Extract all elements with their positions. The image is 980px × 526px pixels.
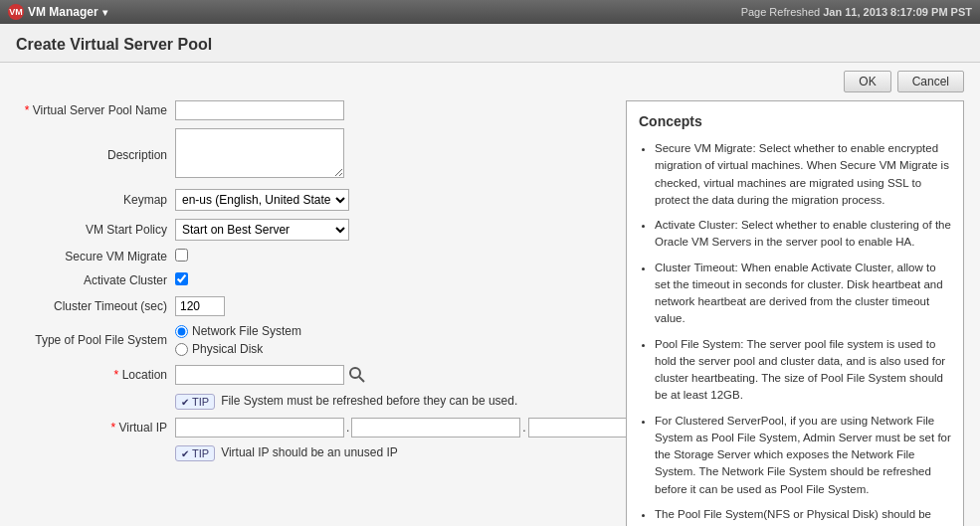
- vm-start-policy-control: Start on Best Server: [175, 219, 610, 241]
- vm-start-policy-select[interactable]: Start on Best Server: [175, 219, 349, 241]
- page-title: Create Virtual Server Pool: [0, 24, 980, 63]
- search-icon: [348, 366, 366, 384]
- concept-item-4: Pool File System: The server pool file s…: [655, 336, 951, 405]
- pool-name-row: * Virtual Server Pool Name: [16, 100, 610, 120]
- cluster-timeout-label: Cluster Timeout (sec): [16, 299, 175, 313]
- app-title: VM Manager: [28, 5, 98, 19]
- concepts-list: Secure VM Migrate: Select whether to ena…: [639, 140, 951, 526]
- pool-file-system-control: Network File System Physical Disk: [175, 324, 610, 356]
- location-search-button[interactable]: [346, 364, 368, 386]
- cancel-button[interactable]: Cancel: [897, 71, 964, 92]
- tip2-row: TIP Virtual IP should be an unused IP: [175, 445, 610, 461]
- tip1-text: File System must be refreshed before the…: [221, 394, 517, 408]
- location-label: * Location: [16, 368, 175, 382]
- radio-item-nfs: Network File System: [175, 324, 610, 338]
- ok-button[interactable]: OK: [844, 71, 890, 92]
- concept-item-6: The Pool File System(NFS or Physical Dis…: [655, 506, 951, 526]
- secure-vm-label: Secure VM Migrate: [16, 250, 175, 263]
- ip-dot-1: .: [344, 421, 351, 435]
- radio-group-file-system: Network File System Physical Disk: [175, 324, 610, 356]
- pool-name-control: [175, 100, 610, 120]
- activate-cluster-checkbox[interactable]: [175, 272, 188, 285]
- cluster-timeout-row: Cluster Timeout (sec) 120: [16, 296, 610, 316]
- secure-vm-control: [175, 249, 610, 264]
- app-title-area: VM VM Manager ▾: [8, 4, 107, 20]
- location-required-star: *: [114, 368, 122, 382]
- pool-name-label: * Virtual Server Pool Name: [16, 103, 175, 117]
- location-input[interactable]: [175, 365, 344, 385]
- vm-start-policy-label: VM Start Policy: [16, 223, 175, 237]
- activate-cluster-control: [175, 272, 610, 288]
- radio-nfs[interactable]: [175, 325, 188, 338]
- pool-file-system-row: Type of Pool File System Network File Sy…: [16, 324, 610, 356]
- app-menu-dropdown[interactable]: ▾: [102, 7, 107, 18]
- ip-dot-2: .: [520, 421, 527, 435]
- pool-file-system-label: Type of Pool File System: [16, 333, 175, 347]
- concept-item-5: For Clustered ServerPool, if you are usi…: [655, 413, 951, 498]
- radio-physical-label: Physical Disk: [192, 342, 263, 356]
- concepts-panel: Concepts Secure VM Migrate: Select wheth…: [626, 100, 964, 526]
- activate-cluster-row: Activate Cluster: [16, 272, 610, 288]
- refresh-label: Page Refreshed: [741, 6, 821, 18]
- location-control: [175, 364, 610, 386]
- keymap-select[interactable]: en-us (English, United States): [175, 189, 349, 211]
- top-bar: VM VM Manager ▾ Page Refreshed Jan 11, 2…: [0, 0, 980, 24]
- location-row: * Location: [16, 364, 610, 386]
- description-row: Description: [16, 128, 610, 181]
- radio-physical[interactable]: [175, 343, 188, 356]
- vm-start-policy-row: VM Start Policy Start on Best Server: [16, 219, 610, 241]
- concept-item-3: Cluster Timeout: When enable Activate Cl…: [655, 260, 951, 328]
- secure-vm-row: Secure VM Migrate: [16, 249, 610, 264]
- radio-item-physical: Physical Disk: [175, 342, 610, 356]
- tip1-badge: TIP: [175, 394, 215, 410]
- form-panel: * Virtual Server Pool Name Description K…: [16, 100, 626, 526]
- description-control: [175, 128, 610, 181]
- tip2-text: Virtual IP should be an unused IP: [221, 445, 398, 459]
- action-buttons: OK Cancel: [0, 63, 980, 100]
- virtual-ip-required-star: *: [111, 421, 119, 435]
- tip2-badge: TIP: [175, 445, 215, 461]
- required-star: *: [25, 103, 33, 117]
- keymap-label: Keymap: [16, 193, 175, 207]
- activate-cluster-label: Activate Cluster: [16, 273, 175, 287]
- virtual-ip-label: * Virtual IP: [16, 421, 175, 435]
- secure-vm-checkbox[interactable]: [175, 249, 188, 262]
- cluster-timeout-control: 120: [175, 296, 610, 316]
- ip-segment-2[interactable]: [351, 418, 520, 438]
- cluster-timeout-input[interactable]: 120: [175, 296, 225, 316]
- ip-segment-1[interactable]: [175, 418, 344, 438]
- tip1-row: TIP File System must be refreshed before…: [175, 394, 610, 410]
- keymap-row: Keymap en-us (English, United States): [16, 189, 610, 211]
- concepts-title: Concepts: [639, 111, 951, 132]
- description-label: Description: [16, 148, 175, 162]
- refresh-info: Page Refreshed Jan 11, 2013 8:17:09 PM P…: [741, 6, 972, 18]
- form-layout: * Virtual Server Pool Name Description K…: [0, 100, 980, 526]
- refresh-time: Jan 11, 2013 8:17:09 PM PST: [823, 6, 972, 18]
- main-content: Create Virtual Server Pool OK Cancel * V…: [0, 24, 980, 526]
- vm-logo-icon: VM: [8, 4, 24, 20]
- pool-name-input[interactable]: [175, 100, 344, 120]
- svg-point-0: [350, 368, 360, 378]
- radio-nfs-label: Network File System: [192, 324, 301, 338]
- description-textarea[interactable]: [175, 128, 344, 178]
- virtual-ip-control: . .: [175, 418, 697, 438]
- concept-item-1: Secure VM Migrate: Select whether to ena…: [655, 140, 951, 209]
- svg-line-1: [359, 377, 364, 382]
- keymap-control: en-us (English, United States): [175, 189, 610, 211]
- virtual-ip-row: * Virtual IP . .: [16, 418, 610, 438]
- concept-item-2: Activate Cluster: Select whether to enab…: [655, 217, 951, 252]
